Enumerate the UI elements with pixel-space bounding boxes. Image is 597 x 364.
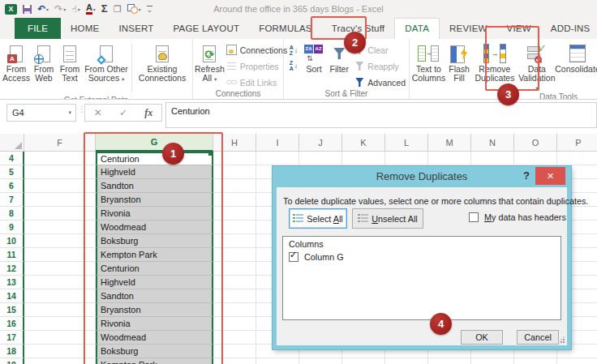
cell-G15[interactable]: Bryanston xyxy=(96,303,213,317)
unselect-all-button[interactable]: Unselect All xyxy=(352,208,423,229)
cell-J19[interactable] xyxy=(299,358,342,364)
row-header-6[interactable]: 6 xyxy=(0,179,24,193)
cell-G14[interactable]: Sandton xyxy=(96,289,213,303)
cell-F16[interactable] xyxy=(24,317,96,331)
row-header-12[interactable]: 12 xyxy=(0,262,24,276)
cell-G12[interactable]: Centurion xyxy=(96,262,213,276)
tab-home[interactable]: HOME xyxy=(61,18,109,39)
consolidate-button[interactable]: Consolidate xyxy=(556,41,597,74)
data-validation-button[interactable]: ✓ Data Validation ▾ xyxy=(518,41,556,92)
enter-entry-icon[interactable]: ✓ xyxy=(119,107,127,118)
column-header-H[interactable]: H xyxy=(213,134,256,152)
tab-data[interactable]: DATA xyxy=(394,18,440,39)
row-header-11[interactable]: 11 xyxy=(0,248,24,262)
cell-K19[interactable] xyxy=(342,358,385,364)
column-header-L[interactable]: L xyxy=(385,134,428,152)
customize-icon[interactable]: ⌄ xyxy=(147,6,153,13)
column-g-item[interactable]: ✓ Column G xyxy=(283,251,560,263)
cell-P4[interactable] xyxy=(557,152,597,165)
dialog-close-button[interactable]: ✕ xyxy=(535,167,565,185)
from-access-button[interactable]: A From Access xyxy=(2,41,31,83)
row-header-7[interactable]: 7 xyxy=(0,193,24,207)
reapply-button[interactable]: Reapply xyxy=(352,59,407,73)
edit-links-button[interactable]: Edit Links xyxy=(225,75,289,89)
excel-logo-icon[interactable]: X xyxy=(5,4,17,15)
cell-N19[interactable] xyxy=(471,358,514,364)
font-color-icon[interactable]: A▾ xyxy=(86,4,96,15)
cell-F5[interactable] xyxy=(24,165,96,179)
sort-button[interactable]: ZAAZ⇅ Sort xyxy=(302,41,326,74)
row-header-15[interactable]: 15 xyxy=(0,303,24,317)
properties-button[interactable]: Properties xyxy=(225,59,289,73)
flash-fill-button[interactable]: Flash Fill xyxy=(446,41,472,83)
cell-G6[interactable]: Sandton xyxy=(96,179,213,193)
cell-G8[interactable]: Rivonia xyxy=(96,207,213,221)
from-web-button[interactable]: From Web xyxy=(31,41,57,83)
cell-H17[interactable] xyxy=(213,331,256,345)
from-text-button[interactable]: From Text xyxy=(57,41,83,83)
sort-ascending-button[interactable]: AZ↓ xyxy=(286,43,302,57)
cell-H4[interactable] xyxy=(213,152,256,165)
cell-I19[interactable] xyxy=(256,358,299,364)
tab-formulas[interactable]: FORMULAS xyxy=(249,18,322,39)
cell-G9[interactable]: Woodmead xyxy=(96,221,213,234)
cell-F4[interactable] xyxy=(24,152,96,165)
cell-H15[interactable] xyxy=(213,303,256,317)
save-icon[interactable] xyxy=(23,5,32,14)
cell-I4[interactable] xyxy=(256,152,299,165)
sort-descending-button[interactable]: ZA↓ xyxy=(286,58,302,72)
column-header-M[interactable]: M xyxy=(428,134,471,152)
cell-J4[interactable] xyxy=(299,152,342,165)
cell-N4[interactable] xyxy=(471,152,514,165)
row-header-13[interactable]: 13 xyxy=(0,276,24,289)
cell-G13[interactable]: Highveld xyxy=(96,276,213,289)
cell-H8[interactable] xyxy=(213,207,256,221)
row-header-18[interactable]: 18 xyxy=(0,345,24,358)
column-header-J[interactable]: J xyxy=(299,134,342,152)
cell-H7[interactable] xyxy=(213,193,256,207)
refresh-all-button[interactable]: ⟳ Refresh All ▾ xyxy=(195,41,225,84)
from-other-sources-button[interactable]: From Other Sources ▾ xyxy=(83,41,130,84)
cancel-entry-icon[interactable]: ✕ xyxy=(94,107,102,118)
cell-M19[interactable] xyxy=(428,358,471,364)
column-header-N[interactable]: N xyxy=(471,134,514,152)
tab-insert[interactable]: INSERT xyxy=(109,18,163,39)
cell-F11[interactable] xyxy=(24,248,96,262)
ok-button[interactable]: OK xyxy=(461,330,503,345)
tab-add-ins[interactable]: ADD-INS xyxy=(541,18,597,39)
cell-H10[interactable] xyxy=(213,234,256,248)
cell-F10[interactable] xyxy=(24,234,96,248)
select-all-corner[interactable] xyxy=(0,134,24,152)
column-header-I[interactable]: I xyxy=(256,134,299,152)
resize-grip-icon[interactable] xyxy=(557,336,565,343)
text-to-columns-button[interactable]: → Text to Columns xyxy=(411,41,446,83)
cell-P19[interactable] xyxy=(557,358,597,364)
column-header-G[interactable]: G xyxy=(96,134,213,152)
column-header-P[interactable]: P xyxy=(557,134,597,152)
cell-H18[interactable] xyxy=(213,345,256,358)
cell-O4[interactable] xyxy=(514,152,557,165)
existing-connections-button[interactable]: Existing Connections xyxy=(134,41,191,83)
select-all-button[interactable]: Select All xyxy=(289,208,347,229)
tab-view[interactable]: VIEW xyxy=(497,18,541,39)
tab-page-layout[interactable]: PAGE LAYOUT xyxy=(164,18,250,39)
row-header-19[interactable]: 19 xyxy=(0,358,24,364)
tab-file[interactable]: FILE xyxy=(15,18,61,39)
row-header-8[interactable]: 8 xyxy=(0,207,24,221)
name-box-dropdown-icon[interactable]: ▾ xyxy=(68,109,75,116)
cell-M4[interactable] xyxy=(428,152,471,165)
cell-H6[interactable] xyxy=(213,179,256,193)
cell-G18[interactable]: Boksburg xyxy=(96,345,213,358)
row-header-4[interactable]: 4 xyxy=(0,152,24,165)
dialog-help-button[interactable]: ? xyxy=(521,169,532,182)
columns-list[interactable]: Columns ✓ Column G xyxy=(282,236,561,320)
cell-F18[interactable] xyxy=(24,345,96,358)
cell-H5[interactable] xyxy=(213,165,256,179)
cell-H14[interactable] xyxy=(213,289,256,303)
cell-L19[interactable] xyxy=(385,358,428,364)
cell-F14[interactable] xyxy=(24,289,96,303)
cell-F8[interactable] xyxy=(24,207,96,221)
row-header-16[interactable]: 16 xyxy=(0,317,24,331)
cell-F19[interactable] xyxy=(24,358,96,364)
cell-G7[interactable]: Bryanston xyxy=(96,193,213,207)
